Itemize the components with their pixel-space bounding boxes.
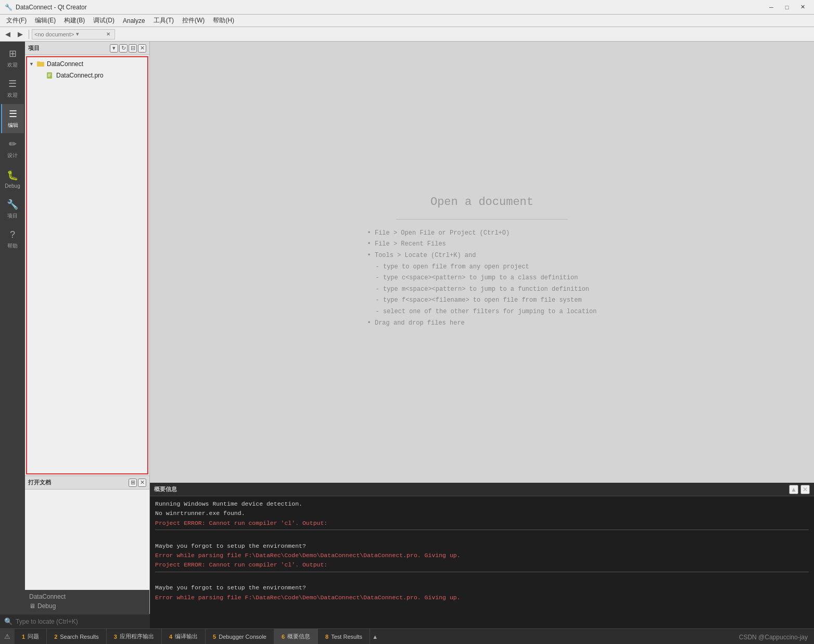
activity-edit[interactable]: ☰ 编辑 xyxy=(1,104,24,133)
output-up-btn[interactable]: ▲ xyxy=(789,485,798,494)
activity-welcome[interactable]: ⊞ 欢迎 xyxy=(1,44,24,73)
activity-design[interactable]: ✏ 设计 xyxy=(1,134,24,163)
panel-filter-btn[interactable]: ▾ xyxy=(110,44,118,53)
panel-sync-btn[interactable]: ↻ xyxy=(119,44,128,53)
activity-mode2[interactable]: ☰ 欢迎 xyxy=(1,74,24,103)
design-icon: ✏ xyxy=(9,138,17,150)
close-doc-btn[interactable]: ✕ xyxy=(104,30,112,38)
output-title: 概要信息 xyxy=(154,485,177,493)
debug-icon: 🐛 xyxy=(7,170,18,181)
instr-line-3: - type to open file from any open projec… xyxy=(376,262,597,273)
watermark: CSDN @Cappuccino-jay xyxy=(739,634,808,641)
welcome-page: Open a document • File > Open File or Pr… xyxy=(150,42,814,483)
open-docs-plus-btn[interactable]: ⊞ xyxy=(129,479,137,487)
open-docs-close-btn[interactable]: ✕ xyxy=(138,479,146,487)
tab-test-label: Test Results xyxy=(331,634,362,640)
activity-help[interactable]: ? 帮助 xyxy=(1,225,24,254)
design-label: 设计 xyxy=(7,152,18,159)
pro-file-label: DataConnect.pro xyxy=(56,72,104,79)
output-close-btn[interactable]: ✕ xyxy=(800,485,810,494)
title-bar: 🔧 DataConnect - Qt Creator ─ □ ✕ xyxy=(0,0,814,15)
open-docs-title: 打开文档 xyxy=(28,479,51,486)
instr-line-1: • File > Recent Files xyxy=(367,239,597,250)
output-sep-2 xyxy=(155,572,809,572)
tab-appout-label: 应用程序输出 xyxy=(120,633,154,640)
window-controls: ─ □ ✕ xyxy=(764,2,810,12)
kit-name-label: DataConnect xyxy=(29,593,66,600)
output-content: Running Windows Runtime device detection… xyxy=(150,496,814,628)
status-tab-appout[interactable]: 3 应用程序输出 xyxy=(107,629,162,645)
output-line-1: No winrtrunner.exe found. xyxy=(155,509,809,518)
locate-search-icon: 🔍 xyxy=(4,617,12,625)
minimize-button[interactable]: ─ xyxy=(764,2,779,12)
output-line-4 xyxy=(155,532,809,541)
output-line-2: Project ERROR: Cannot run compiler 'cl'.… xyxy=(155,519,809,528)
debug-icon-sym: 🖥 xyxy=(29,602,35,610)
tree-root-arrow: ▼ xyxy=(29,61,36,67)
tree-pro-file[interactable]: DataConnect.pro xyxy=(27,70,147,81)
tab-summary-label: 概要信息 xyxy=(287,633,310,640)
svg-rect-4 xyxy=(48,75,50,75)
panel-collapse-btn[interactable]: ⊟ xyxy=(129,44,137,53)
status-tab-issues[interactable]: 1 问题 xyxy=(15,629,47,645)
toolbar-forward-btn[interactable]: ▶ xyxy=(15,29,26,40)
output-line-7: Project ERROR: Cannot run compiler 'cl'.… xyxy=(155,560,809,570)
status-tab-search[interactable]: 2 Search Results xyxy=(47,629,107,645)
project-folder-icon xyxy=(36,60,45,68)
output-sep-1 xyxy=(155,530,809,530)
status-tabs: 1 问题 2 Search Results 3 应用程序输出 4 编译输出 5 … xyxy=(15,629,814,645)
status-tab-compile[interactable]: 4 编译输出 xyxy=(162,629,206,645)
app-icon: 🔧 xyxy=(4,3,12,11)
menu-help[interactable]: 帮助(H) xyxy=(209,15,238,27)
menu-tools[interactable]: 工具(T) xyxy=(149,15,178,27)
status-warning-icon: ⚠ xyxy=(0,629,15,645)
locate-input[interactable] xyxy=(16,618,146,625)
activity-debug[interactable]: 🐛 Debug xyxy=(1,164,24,194)
help-icon: ? xyxy=(10,229,15,240)
tree-root[interactable]: ▼ DataConnect xyxy=(27,58,147,70)
output-line-11: Error while parsing file F:\DataRec\Code… xyxy=(155,593,809,602)
center-area: Open a document • File > Open File or Pr… xyxy=(150,42,814,628)
panel-header-actions: ▾ ↻ ⊟ ✕ xyxy=(110,44,146,53)
doc-selector-label: <no document> xyxy=(34,31,74,37)
tree-pro-arrow xyxy=(39,73,46,78)
status-tab-summary[interactable]: 6 概要信息 xyxy=(274,629,318,645)
edit-label: 编辑 xyxy=(8,122,18,129)
menu-build[interactable]: 构建(B) xyxy=(60,15,89,27)
maximize-button[interactable]: □ xyxy=(780,2,794,12)
kit-debug-label: Debug xyxy=(37,602,56,610)
close-button[interactable]: ✕ xyxy=(795,2,810,12)
toolbar: ◀ ▶ <no document> ▾ ✕ xyxy=(0,27,814,42)
open-docs-header: 打开文档 ⊞ ✕ xyxy=(25,476,149,490)
tab-appout-num: 3 xyxy=(114,634,117,640)
output-line-5: Maybe you forgot to setup the environmen… xyxy=(155,542,809,551)
svg-rect-5 xyxy=(48,76,50,76)
menu-debug[interactable]: 调试(D) xyxy=(89,15,119,27)
edit-icon: ☰ xyxy=(9,108,17,120)
output-line-9 xyxy=(155,574,809,583)
output-actions: ▲ ✕ xyxy=(789,485,810,494)
status-tab-debugger[interactable]: 5 Debugger Console xyxy=(206,629,274,645)
output-line-6: Error while parsing file F:\DataRec\Code… xyxy=(155,551,809,560)
menu-file[interactable]: 文件(F) xyxy=(2,15,31,27)
document-selector[interactable]: <no document> ▾ ✕ xyxy=(32,29,115,40)
welcome-icon: ⊞ xyxy=(9,48,17,59)
status-tab-test[interactable]: 8 Test Results xyxy=(318,629,370,645)
tab-debugger-label: Debugger Console xyxy=(219,634,266,640)
toolbar-back-btn[interactable]: ◀ xyxy=(2,29,14,40)
activity-project[interactable]: 🔧 项目 xyxy=(1,195,24,224)
status-arrow-up[interactable]: ▲ xyxy=(370,629,380,645)
menu-edit[interactable]: 编辑(E) xyxy=(31,15,60,27)
activity-bar: ⊞ 欢迎 ☰ 欢迎 ☰ 编辑 ✏ 设计 🐛 Debug 🔧 项目 ? 帮助 xyxy=(0,42,25,628)
panel-close-btn[interactable]: ✕ xyxy=(138,44,146,53)
project-icon: 🔧 xyxy=(7,199,18,210)
instr-line-5: - type m<space><pattern> to jump to a fu… xyxy=(376,284,597,295)
instr-line-4: - type c<space><pattern> to jump to a cl… xyxy=(376,273,597,284)
instr-line-6: - type f<space><filename> to open file f… xyxy=(376,295,597,306)
menu-analyze[interactable]: Analyze xyxy=(119,15,149,27)
instr-line-7: - select one of the other filters for ju… xyxy=(376,306,597,318)
welcome-label: 欢迎 xyxy=(7,61,18,69)
debug-label: Debug xyxy=(5,183,20,189)
tab-test-num: 8 xyxy=(325,634,328,640)
menu-controls[interactable]: 控件(W) xyxy=(178,15,209,27)
